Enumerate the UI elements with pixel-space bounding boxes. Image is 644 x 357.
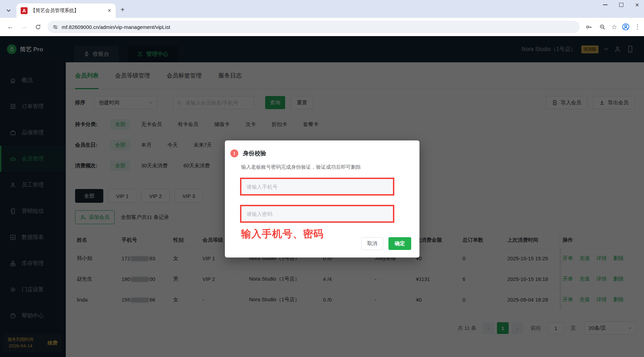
toolbar-right-icons: ☆ ⋮	[584, 22, 641, 32]
new-tab-button[interactable]: +	[121, 6, 125, 14]
annotation-box-password	[240, 205, 394, 223]
tab-search-chevron-icon[interactable]	[3, 6, 14, 16]
warning-icon: !	[230, 149, 238, 157]
bookmark-star-icon[interactable]: ☆	[611, 23, 617, 31]
maximize-icon[interactable]	[619, 3, 623, 7]
url-bar[interactable]: mf.82609000.cn/admin/vip-management/vipL…	[48, 21, 580, 33]
reload-icon[interactable]	[32, 21, 44, 33]
browser-tab[interactable]: A 【简艺会员管理系统】 ×	[17, 3, 116, 18]
confirm-button[interactable]: 确定	[388, 237, 411, 250]
identity-verify-dialog: ! 身份校验 输入老板账号密码完成身份验证，验证成功后即可删除 输入手机号、密码…	[225, 140, 419, 258]
password-key-icon[interactable]	[584, 22, 594, 32]
site-favicon: A	[21, 7, 28, 14]
cancel-button[interactable]: 取消	[361, 237, 383, 250]
browser-tab-strip: A 【简艺会员管理系统】 × + ×	[0, 0, 644, 18]
zoom-out-icon[interactable]	[598, 22, 608, 32]
url-text: mf.82609000.cn/admin/vip-management/vipL…	[62, 24, 170, 30]
dialog-header: ! 身份校验	[230, 149, 419, 157]
browser-menu-icon[interactable]: ⋮	[634, 23, 641, 31]
dialog-buttons: 取消 确定	[361, 237, 411, 250]
tab-title: 【简艺会员管理系统】	[31, 8, 104, 14]
dialog-title: 身份校验	[243, 149, 266, 157]
window-controls: ×	[603, 3, 639, 7]
back-icon[interactable]: ←	[4, 21, 16, 33]
site-settings-icon[interactable]	[52, 24, 58, 30]
minimize-icon[interactable]	[603, 4, 607, 5]
profile-avatar-icon[interactable]	[621, 22, 631, 32]
tab-close-icon[interactable]: ×	[106, 8, 112, 14]
forward-icon[interactable]: →	[18, 21, 30, 33]
browser-toolbar: ← → mf.82609000.cn/admin/vip-management/…	[0, 18, 644, 36]
dialog-description: 输入老板账号密码完成身份验证，验证成功后即可删除	[241, 164, 411, 170]
annotation-box-phone	[240, 178, 394, 196]
window-close-icon[interactable]: ×	[635, 3, 639, 7]
owner-phone-input[interactable]	[241, 179, 393, 194]
owner-password-input[interactable]	[241, 206, 393, 221]
